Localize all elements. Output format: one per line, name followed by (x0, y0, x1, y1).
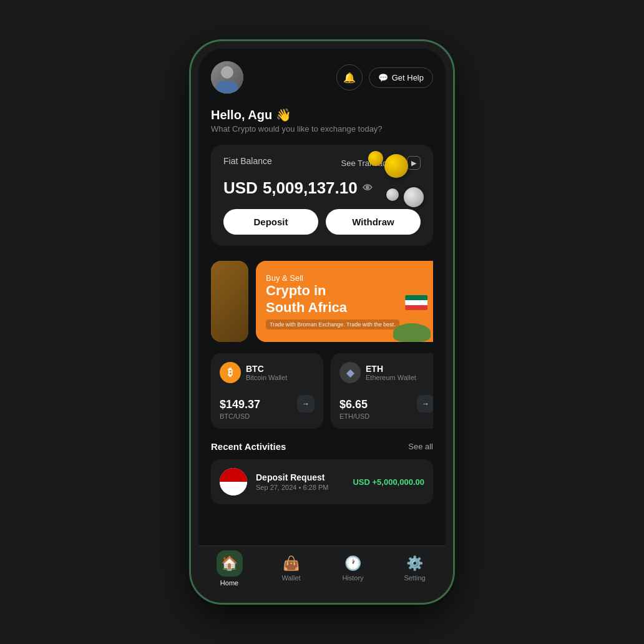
home-icon: 🏠 (221, 555, 238, 572)
activity-amount: USD +5,000,000.00 (353, 477, 424, 487)
btc-icon: ₿ (220, 362, 241, 383)
eth-icon: ◆ (339, 362, 361, 383)
nav-item-setting[interactable]: ⚙️ Setting (384, 555, 446, 582)
wallet-card-eth[interactable]: ◆ ETH Ethereum Wallet $6.65 ETH/USD (331, 353, 433, 429)
btc-name: BTC (246, 364, 287, 374)
banner-buy-sell: Buy & Sell (266, 273, 433, 283)
deposit-button[interactable]: Deposit (223, 209, 318, 235)
avatar[interactable] (211, 61, 243, 94)
island-base (393, 323, 431, 342)
main-screen: 🔔 💬 Get Help Hello, Agu 👋 What Crypto wo… (198, 49, 446, 595)
btc-arrow-button[interactable]: → (297, 395, 315, 412)
wallet-card-btc-header: ₿ BTC Bitcoin Wallet (220, 362, 315, 383)
help-icon: 💬 (378, 73, 388, 82)
btc-balance: $149.37 (220, 398, 260, 411)
nav-item-home[interactable]: 🏠 Home (198, 550, 260, 587)
notification-button[interactable]: 🔔 (336, 64, 363, 90)
eth-name: ETH (366, 364, 416, 374)
greeting-subtitle: What Crypto would you like to exchange t… (211, 124, 433, 134)
activity-title: Deposit Request (256, 472, 344, 482)
activities-section: Recent Activities See all Deposit Reques… (198, 432, 446, 513)
activities-title: Recent Activities (211, 441, 286, 452)
activity-info: Deposit Request Sep 27, 2024 • 6:28 PM (256, 472, 344, 491)
help-label: Get Help (392, 73, 424, 82)
balance-value: 5,009,137.10 (263, 178, 358, 198)
banner-scroll[interactable]: Buy & Sell Crypto in South Africa Trade … (211, 261, 433, 342)
banner-visual (387, 292, 433, 342)
help-button[interactable]: 💬 Get Help (369, 67, 433, 88)
sa-island-graphic (387, 292, 433, 342)
eth-pair: ETH/USD (339, 412, 369, 420)
wallets-scroll: ₿ BTC Bitcoin Wallet $149.37 BTC/USD (211, 353, 433, 429)
wallet-card-eth-header: ◆ ETH Ethereum Wallet (339, 362, 433, 383)
history-label: History (342, 574, 363, 582)
setting-icon: ⚙️ (406, 555, 423, 572)
deposit-flag-icon (220, 468, 247, 495)
nav-item-wallet[interactable]: 👜 Wallet (260, 555, 322, 582)
phone-frame: 🔔 💬 Get Help Hello, Agu 👋 What Crypto wo… (191, 41, 453, 603)
btc-pair: BTC/USD (220, 412, 260, 420)
visibility-toggle-icon[interactable]: 👁 (363, 183, 373, 194)
balance-card-top: Fiat Balance See Transactions ▶ (223, 156, 421, 170)
greeting-section: Hello, Agu 👋 What Crypto would you like … (198, 100, 446, 137)
eth-balance: $6.65 (339, 398, 369, 411)
eth-balance-block: $6.65 ETH/USD (339, 387, 369, 420)
home-label: Home (220, 579, 238, 587)
sa-flag-icon (405, 295, 427, 310)
btc-footer: $149.37 BTC/USD → (220, 387, 315, 420)
wallet-card-btc[interactable]: ₿ BTC Bitcoin Wallet $149.37 BTC/USD (211, 353, 323, 429)
nav-item-history[interactable]: 🕐 History (322, 555, 384, 582)
eth-arrow-button[interactable]: → (417, 395, 433, 412)
banner-card-main[interactable]: Buy & Sell Crypto in South Africa Trade … (256, 261, 433, 342)
phone-screen: 🔔 💬 Get Help Hello, Agu 👋 What Crypto wo… (198, 49, 446, 595)
history-icon: 🕐 (344, 555, 361, 572)
fiat-balance-label: Fiat Balance (223, 156, 272, 166)
see-all-button[interactable]: See all (408, 442, 433, 451)
banner-section: Buy & Sell Crypto in South Africa Trade … (198, 253, 446, 349)
banner-subtext: Trade with Broman Exchange. Trade with t… (266, 320, 399, 329)
btc-type: Bitcoin Wallet (246, 374, 287, 381)
eth-footer: $6.65 ETH/USD → (339, 387, 433, 420)
btc-balance-block: $149.37 BTC/USD (220, 387, 260, 420)
balance-card: Fiat Balance See Transactions ▶ USD 5,00… (211, 145, 433, 246)
wallet-icon: 👜 (283, 555, 300, 572)
balance-buttons: Deposit Withdraw (223, 209, 421, 235)
eth-type: Ethereum Wallet (366, 374, 416, 381)
bottom-navigation: 🏠 Home 👜 Wallet 🕐 History ⚙️ Setting (198, 545, 446, 595)
activity-date: Sep 27, 2024 • 6:28 PM (256, 484, 344, 491)
home-icon-bg: 🏠 (217, 550, 243, 577)
wallets-section: ₿ BTC Bitcoin Wallet $149.37 BTC/USD (198, 349, 446, 432)
banner-card-prev (211, 261, 248, 342)
see-transactions-label: See Transactions (341, 159, 404, 168)
setting-label: Setting (404, 574, 425, 582)
activity-item: Deposit Request Sep 27, 2024 • 6:28 PM U… (211, 459, 433, 504)
balance-amount: USD 5,009,137.10 👁 (223, 178, 421, 198)
balance-currency: USD (223, 178, 258, 198)
see-transactions-arrow-icon: ▶ (407, 156, 421, 170)
wallet-btc-info: BTC Bitcoin Wallet (246, 364, 287, 381)
bell-icon: 🔔 (343, 72, 356, 84)
wallet-eth-info: ETH Ethereum Wallet (366, 364, 416, 381)
activities-header: Recent Activities See all (211, 441, 433, 452)
header-actions: 🔔 💬 Get Help (336, 64, 433, 90)
withdraw-button[interactable]: Withdraw (326, 209, 421, 235)
header: 🔔 💬 Get Help (198, 49, 446, 100)
wallet-label: Wallet (281, 574, 300, 582)
greeting-name: Hello, Agu 👋 (211, 107, 433, 122)
see-transactions-button[interactable]: See Transactions ▶ (341, 156, 421, 170)
